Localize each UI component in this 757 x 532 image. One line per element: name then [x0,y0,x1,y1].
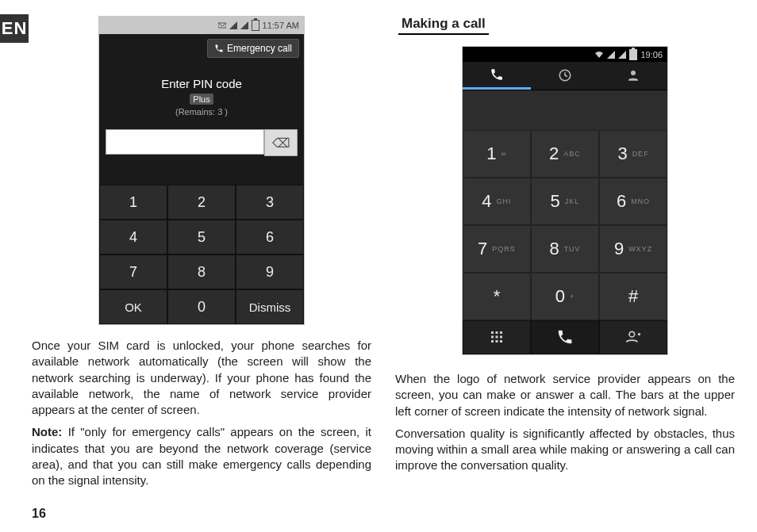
dial-key-number: 9 [614,239,624,259]
dial-key-number: 1 [486,144,496,164]
contact-icon [626,68,640,82]
dial-key-number: 8 [549,239,559,259]
backspace-button[interactable]: ⌫ [264,129,298,156]
dial-key-number: 6 [617,191,626,212]
note-label: Note: [32,425,62,438]
dial-key-letters: JKL [565,197,580,205]
keypad-7-button[interactable]: 7 [99,255,167,289]
keypad-6-button[interactable]: 6 [236,220,304,255]
add-contact-button[interactable] [599,320,667,354]
manual-page: EN 16 11:57 AM Emergency call [0,0,757,532]
phone-icon [490,67,504,82]
phone-icon [556,328,574,346]
right-body-text: When the logo of network service provide… [395,368,735,480]
keypad-4-button[interactable]: 4 [99,220,167,255]
left-column: 11:57 AM Emergency call Enter PIN code P… [0,16,371,516]
keypad-1-button[interactable]: 1 [99,185,167,220]
dial-key-#[interactable]: # [599,273,667,320]
dial-key-1[interactable]: 1∞ [463,130,531,178]
dial-key-*[interactable]: * [463,273,531,320]
dial-key-letters: + [570,293,574,300]
message-icon [218,21,226,29]
pin-entry-screenshot: 11:57 AM Emergency call Enter PIN code P… [98,16,305,325]
dial-key-2[interactable]: 2ABC [531,130,599,178]
emergency-call-button[interactable]: Emergency call [207,39,299,58]
emergency-call-row: Emergency call [99,34,304,63]
tab-recent[interactable] [531,62,599,90]
pin-keypad: 123456789OK0Dismiss [99,185,304,324]
keypad-3-button[interactable]: 3 [236,185,304,220]
signal-icon [618,51,626,59]
dial-key-letters: GHI [497,197,512,205]
dial-display [463,90,667,130]
svg-rect-5 [500,331,502,334]
svg-point-2 [631,71,636,75]
left-body-text: Once your SIM card is unlocked, your pho… [32,335,371,495]
dismiss-button[interactable]: Dismiss [236,289,304,324]
backspace-icon: ⌫ [272,136,290,151]
dial-key-letters: DEF [632,150,649,158]
dial-key-5[interactable]: 5JKL [531,178,599,225]
dialer-screenshot: 19:06 1 [462,46,668,355]
dialer-tabs [463,62,667,90]
dial-key-8[interactable]: 8TUV [531,225,599,273]
call-button[interactable] [531,320,599,354]
keypad-9-button[interactable]: 9 [236,255,304,289]
signal-icon [229,21,237,29]
ok-button[interactable]: OK [99,289,167,324]
note-text: If "only for emergency calls" appears on… [32,425,371,487]
tab-contacts[interactable] [599,62,667,90]
dial-key-letters: WXYZ [628,245,652,253]
pin-subtitle: Plus (Remains: 3 ) [99,94,304,117]
svg-rect-11 [500,340,502,343]
pin-remains: (Remains: 3 ) [175,107,228,117]
phone-icon [214,44,224,53]
dial-key-number: 2 [549,144,559,164]
svg-rect-10 [496,340,498,343]
dial-key-6[interactable]: 6MNO [599,178,667,225]
dial-key-number: 3 [617,144,627,164]
dial-key-4[interactable]: 4GHI [463,178,531,225]
dial-key-7[interactable]: 7PQRS [463,225,531,273]
paragraph: When the logo of network service provide… [395,371,735,419]
dial-key-9[interactable]: 9WXYZ [599,225,667,273]
dial-keypad: 1∞2ABC3DEF4GHI5JKL6MNO7PQRS8TUV9WXYZ*0+# [463,130,667,320]
tab-dialer[interactable] [463,62,531,90]
status-bar: 19:06 [463,47,667,62]
svg-point-12 [629,332,635,338]
dial-key-0[interactable]: 0+ [531,273,599,320]
status-time: 11:57 AM [263,21,299,30]
keypad-2-button[interactable]: 2 [167,185,236,220]
keypad-5-button[interactable]: 5 [167,220,236,255]
pin-input[interactable] [106,129,264,155]
svg-rect-3 [491,331,494,334]
note-paragraph: Note: If "only for emergency calls" appe… [32,424,371,488]
dialpad-toggle-button[interactable] [463,320,531,354]
battery-icon [252,20,259,31]
add-contact-icon [625,330,641,344]
keypad-8-button[interactable]: 8 [167,255,236,289]
page-number: 16 [32,507,46,521]
paragraph: Once your SIM card is unlocked, your pho… [32,338,371,418]
emergency-call-label: Emergency call [227,43,292,54]
dial-key-letters: ∞ [501,150,506,158]
clock-icon [558,68,572,82]
dial-key-number: 0 [555,286,565,307]
dial-key-number: 4 [482,191,491,212]
svg-rect-9 [491,340,494,343]
section-title: Making a call [398,16,489,35]
dial-key-number: # [628,286,638,307]
dial-action-row [463,320,667,354]
battery-icon [629,49,637,60]
language-tab: EN [0,14,29,43]
status-time: 19:06 [640,50,663,59]
keypad-0-button[interactable]: 0 [167,289,236,324]
signal-icon [240,21,248,29]
pin-input-row: ⌫ [106,129,298,156]
paragraph: Conversation quality is significantly af… [395,426,735,474]
sim-tag: Plus [190,94,213,105]
right-column: Making a call 19:06 [395,16,735,516]
wifi-icon [594,51,604,59]
dial-key-3[interactable]: 3DEF [599,130,667,178]
dial-key-letters: TUV [564,245,581,253]
